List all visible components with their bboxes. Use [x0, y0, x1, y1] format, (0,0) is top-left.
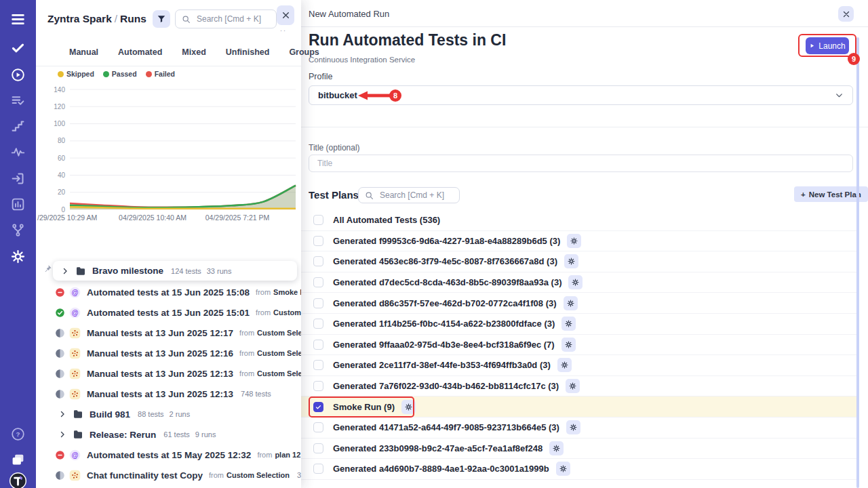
tab-mixed[interactable]: Mixed: [182, 47, 205, 57]
test-plan-row[interactable]: Generated 4563ec86-3f79-4e5c-8087-8f7636…: [301, 251, 857, 272]
legend-label: Skipped: [66, 70, 94, 78]
test-plan-checkbox[interactable]: [313, 402, 323, 412]
test-plan-row[interactable]: Generated 9ffaaa02-975d-4b3e-8ee4-bcf318…: [301, 335, 857, 356]
settings-gear-icon[interactable]: [11, 249, 25, 264]
page-subtitle: Continuous Integration Service: [309, 56, 415, 64]
tab-unfinished[interactable]: Unfinished: [226, 47, 270, 57]
runs-search-input[interactable]: [195, 14, 270, 24]
run-row[interactable]: Manual tests at 13 Jun 2025 12:17fromCus…: [36, 323, 301, 343]
launch-button[interactable]: Launch: [806, 37, 849, 54]
test-plan-row[interactable]: All Automated Tests (536): [301, 210, 857, 231]
run-row[interactable]: @Automated tests at 15 Jun 2025 15:01fro…: [36, 302, 301, 323]
test-plan-row[interactable]: Generated f99953c6-9d6a-4227-91a8-e4a882…: [301, 231, 857, 252]
test-plan-settings-button[interactable]: [557, 358, 572, 372]
test-plan-row[interactable]: Generated d86c357f-57ee-462d-b702-0772ca…: [301, 293, 857, 314]
filter-button[interactable]: [153, 10, 170, 28]
test-plan-settings-button[interactable]: [561, 338, 576, 352]
gear-icon: [565, 320, 572, 327]
check-icon: [315, 404, 321, 410]
gear-icon: [570, 424, 577, 431]
test-plan-settings-button[interactable]: [561, 317, 576, 331]
test-plan-checkbox[interactable]: [313, 422, 323, 432]
folder-row[interactable]: Build 98188 tests2 runs: [36, 404, 301, 424]
chevron-down-icon: [835, 91, 844, 100]
test-plan-checkbox[interactable]: [313, 381, 323, 391]
test-plan-label: Generated f99953c6-9d6a-4227-91a8-e4a882…: [333, 236, 560, 246]
logo-icon[interactable]: [9, 472, 27, 488]
runs-search[interactable]: [175, 9, 277, 28]
breadcrumb-project[interactable]: Zyntra Spark: [47, 13, 112, 24]
test-list-icon[interactable]: [11, 94, 25, 108]
help-icon[interactable]: ?: [11, 427, 25, 441]
modal-close-button[interactable]: [838, 6, 854, 22]
import-icon[interactable]: [11, 171, 25, 186]
profile-label: Profile: [309, 72, 332, 81]
test-plans-search-input[interactable]: [378, 190, 453, 201]
run-row[interactable]: Chat functinality test CopyfromCustom Se…: [36, 465, 301, 485]
breadcrumb: Zyntra Spark/Runs: [47, 13, 146, 25]
test-plan-checkbox[interactable]: [313, 360, 323, 370]
gear-icon: [553, 445, 560, 452]
automated-run-icon: @: [69, 287, 81, 298]
modal-scrollbar[interactable]: [856, 37, 859, 488]
pulse-icon[interactable]: [11, 145, 25, 159]
test-plan-checkbox[interactable]: [313, 340, 323, 350]
run-row[interactable]: @Automated tests at 15 May 2025 12:32fro…: [36, 445, 301, 465]
test-plan-settings-button[interactable]: [568, 275, 583, 289]
test-plan-checkbox[interactable]: [313, 277, 323, 287]
tab-manual[interactable]: Manual: [69, 47, 98, 57]
test-plan-row[interactable]: Generated a4d690b7-8889-4ae1-92aa-0c3001…: [301, 459, 857, 480]
pinned-folder-row[interactable]: Bravo milestone 124 tests 33 runs: [53, 261, 297, 281]
tab-automated[interactable]: Automated: [118, 47, 162, 57]
run-row[interactable]: Manual tests at 13 Jun 2025 12:13748 tes…: [36, 384, 301, 404]
launch-label: Launch: [818, 41, 845, 51]
runs-panel-close-button[interactable]: [277, 5, 294, 25]
runs-play-icon[interactable]: [11, 68, 25, 82]
chevron-right-icon[interactable]: [58, 430, 66, 439]
branch-icon[interactable]: [11, 223, 25, 237]
run-row[interactable]: @Automated tests at 15 Jun 2025 15:08fro…: [36, 282, 301, 302]
test-plan-checkbox[interactable]: [313, 464, 323, 474]
projects-icon[interactable]: [11, 453, 25, 467]
test-plan-row[interactable]: Generated 2ce11f7d-38ef-44fe-b353-4f694f…: [301, 355, 857, 376]
test-plan-row[interactable]: Generated 41471a52-a644-49f7-9085-923713…: [301, 418, 857, 439]
test-plan-row[interactable]: Generated 1f14b256-f0bc-4154-a622-b23800…: [301, 314, 857, 335]
test-plan-settings-button[interactable]: [556, 462, 570, 476]
chart-legend: SkippedPassedFailed: [58, 70, 175, 78]
test-plan-checkbox[interactable]: [313, 443, 323, 453]
menu-icon[interactable]: [11, 12, 25, 26]
test-plan-settings-button[interactable]: [566, 420, 580, 434]
test-plan-row[interactable]: Generated d7dec5cd-8cda-463d-8b5c-89039f…: [301, 272, 857, 293]
test-plan-checkbox[interactable]: [313, 298, 323, 308]
test-plan-settings-button[interactable]: [549, 441, 564, 455]
run-meta: 748 tests: [241, 390, 271, 398]
test-plan-checkbox[interactable]: [313, 236, 323, 246]
run-row[interactable]: Manual tests at 13 Jun 2025 12:13fromCus…: [36, 363, 301, 384]
manual-status-icon: [55, 328, 65, 338]
test-plan-row[interactable]: Generated 233b0998-b9c2-47ae-a5cf-7ea1af…: [301, 439, 857, 460]
chevron-right-icon[interactable]: [58, 410, 66, 418]
title-input[interactable]: [309, 155, 853, 172]
run-row[interactable]: Manual tests at 13 Jun 2025 12:16fromCus…: [36, 343, 301, 363]
analytics-icon[interactable]: [11, 197, 25, 211]
test-plan-settings-button[interactable]: [566, 379, 580, 393]
test-plan-settings-button[interactable]: [401, 400, 416, 414]
test-plan-row[interactable]: Smoke Run (9): [301, 396, 857, 418]
test-plan-checkbox[interactable]: [313, 319, 323, 329]
folder-row[interactable]: Release: Rerun61 tests9 runs: [36, 424, 301, 445]
test-plan-checkbox[interactable]: [313, 215, 323, 225]
test-plan-settings-button[interactable]: [564, 254, 578, 268]
test-plan-label: Generated 4563ec86-3f79-4e5c-8087-8f7636…: [333, 256, 557, 266]
test-plan-label: Smoke Run (9): [333, 402, 395, 412]
tests-check-icon[interactable]: [11, 41, 25, 55]
tab-groups[interactable]: Groups: [289, 47, 319, 57]
test-plan-row[interactable]: Generated 7a76f022-93d0-434b-b462-bb8114…: [301, 376, 857, 397]
test-plan-label: Generated 7a76f022-93d0-434b-b462-bb8114…: [333, 381, 559, 391]
test-plan-settings-button[interactable]: [564, 296, 578, 310]
test-plan-settings-button[interactable]: [567, 234, 581, 248]
test-plan-checkbox[interactable]: [313, 256, 323, 266]
milestones-icon[interactable]: [11, 119, 25, 134]
test-plans-search[interactable]: [358, 187, 460, 203]
chevron-right-icon[interactable]: [61, 267, 69, 275]
legend-item-skipped: Skipped: [58, 70, 94, 78]
